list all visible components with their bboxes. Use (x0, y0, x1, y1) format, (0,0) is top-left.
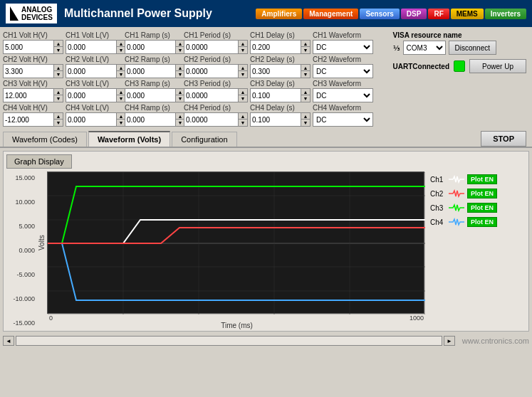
nav-tab-management[interactable]: Management (303, 9, 358, 19)
ch2-delay-up[interactable]: ▲ (301, 65, 310, 71)
y-tick-n5: -5.000 (8, 271, 35, 278)
ch1-volt-h-up[interactable]: ▲ (54, 41, 63, 47)
ch2-period-spinner[interactable]: ▲▼ (184, 64, 248, 78)
scroll-left-button[interactable]: ◄ (3, 336, 14, 346)
ch1-ramp-input[interactable] (125, 43, 175, 52)
ch4-ramp-input[interactable] (125, 115, 175, 125)
tab-waveform-codes[interactable]: Waveform (Codes) (3, 132, 87, 147)
ch4-delay-up[interactable]: ▲ (301, 113, 310, 120)
nav-tab-mems[interactable]: MEMS (451, 9, 484, 19)
stop-button[interactable]: STOP (481, 131, 526, 147)
ch4-period-down[interactable]: ▼ (239, 120, 247, 126)
ch4-volt-h-spinner[interactable]: ▲▼ (3, 112, 63, 127)
ch3-volt-h-down[interactable]: ▼ (54, 95, 63, 102)
x-tick-1000: 1000 (410, 314, 424, 322)
ch2-period-up[interactable]: ▲ (239, 65, 247, 71)
ch1-waveform-select[interactable]: DCSineSquare (313, 40, 373, 54)
ch2-ramp-input[interactable] (125, 67, 175, 76)
ch1-line (48, 220, 425, 243)
ch3-period-up[interactable]: ▲ (239, 89, 247, 95)
ch1-period-up[interactable]: ▲ (239, 41, 247, 47)
ch2-delay-input[interactable] (251, 67, 301, 76)
power-up-button[interactable]: Power Up (469, 59, 526, 73)
ch3-period-spinner[interactable]: ▲▼ (184, 88, 248, 102)
ch4-volt-h-down[interactable]: ▼ (54, 120, 63, 126)
scroll-right-button[interactable]: ► (444, 336, 455, 346)
ch1-volt-l-input[interactable] (66, 43, 116, 52)
ch3-volt-h-up[interactable]: ▲ (54, 89, 63, 95)
graph-display-tab[interactable]: Graph Display (6, 154, 72, 169)
visa-port-select[interactable]: COM3 (403, 41, 446, 55)
nav-tab-sensors[interactable]: Sensors (360, 9, 399, 19)
ch2-period-input[interactable] (184, 67, 238, 76)
ch4-ramp-spinner[interactable]: ▲▼ (125, 112, 185, 127)
ch4-volt-l-group: CH4 Volt L(V) ▲▼ (66, 104, 126, 127)
ch4-volt-l-spinner[interactable]: ▲▼ (66, 112, 126, 127)
ch1-volt-h-input[interactable] (4, 43, 53, 52)
ch4-waveform-select[interactable]: DCSineSquare (313, 112, 373, 127)
ch2-delay-down[interactable]: ▼ (301, 71, 310, 78)
ch1-delay-up[interactable]: ▲ (301, 41, 310, 47)
ch3-waveform-select[interactable]: DCSineSquare (313, 88, 373, 102)
ch3-plot-en-button[interactable]: Plot EN (467, 203, 497, 213)
ch3-volt-h-spinner[interactable]: ▲▼ (3, 88, 63, 102)
ch4-volt-h-input[interactable] (4, 115, 53, 125)
ch3-delay-up[interactable]: ▲ (301, 89, 310, 95)
ch1-period-input[interactable] (184, 43, 238, 52)
ch3-delay-spinner[interactable]: ▲▼ (250, 88, 311, 102)
ch3-delay-input[interactable] (251, 91, 301, 100)
ch4-period-label: CH4 Period (s) (184, 104, 248, 112)
tab-configuration[interactable]: Configuration (172, 132, 236, 147)
ch1-volt-h-down[interactable]: ▼ (54, 47, 63, 53)
ch2-plot-en-button[interactable]: Plot EN (467, 189, 497, 198)
ch4-volt-h-up[interactable]: ▲ (54, 113, 63, 120)
ch2-waveform-select[interactable]: DCSineSquare (313, 64, 373, 78)
ch1-ramp-spinner[interactable]: ▲ ▼ (125, 40, 185, 54)
ch2-volt-l-input[interactable] (66, 67, 116, 76)
ch1-period-spinner[interactable]: ▲ ▼ (184, 40, 248, 54)
ch2-period-down[interactable]: ▼ (239, 71, 247, 78)
ch1-volt-l-spinner[interactable]: ▲ ▼ (66, 40, 126, 54)
ch1-volt-h-spinner[interactable]: ▲ ▼ (3, 40, 63, 54)
ch4-period-spinner[interactable]: ▲▼ (184, 112, 248, 127)
ch2-volt-h-input[interactable] (4, 67, 53, 76)
ch3-volt-h-input[interactable] (4, 91, 53, 100)
ch4-volt-l-input[interactable] (66, 115, 116, 125)
ch3-volt-l-spinner[interactable]: ▲▼ (66, 88, 126, 102)
ch1-delay-input[interactable] (251, 43, 301, 52)
nav-tab-amplifiers[interactable]: Amplifiers (256, 9, 302, 19)
ch2-volt-h-spinner[interactable]: ▲▼ (3, 64, 63, 78)
ch4-delay-input[interactable] (251, 115, 301, 125)
ch4-delay-spinner[interactable]: ▲▼ (250, 112, 311, 127)
ch2-volt-l-spinner[interactable]: ▲▼ (66, 64, 126, 78)
y-tick-5: 5.000 (8, 223, 35, 230)
ch2-ramp-spinner[interactable]: ▲▼ (125, 64, 185, 78)
ch3-ramp-input[interactable] (125, 91, 175, 100)
ch1-period-down[interactable]: ▼ (239, 47, 247, 53)
disconnect-button[interactable]: Disconnect (449, 41, 496, 55)
scroll-track[interactable] (16, 336, 442, 346)
ch1-plot-en-button[interactable]: Plot EN (467, 174, 497, 184)
ch2-volt-h-up[interactable]: ▲ (54, 65, 63, 71)
ch2-volt-h-down[interactable]: ▼ (54, 71, 63, 78)
legend-area: Ch1 Plot EN Ch2 Plot EN Ch3 Plo (427, 171, 500, 329)
tab-waveform-volts[interactable]: Waveform (Volts) (88, 131, 170, 147)
ch3-delay-down[interactable]: ▼ (301, 95, 310, 102)
ch3-period-down[interactable]: ▼ (239, 95, 247, 102)
ch4-plot-en-button[interactable]: Plot EN (467, 217, 497, 227)
ch4-period-input[interactable] (184, 115, 238, 125)
ch4-delay-down[interactable]: ▼ (301, 120, 310, 126)
ch4-period-up[interactable]: ▲ (239, 113, 247, 120)
nav-tab-rf[interactable]: RF (428, 9, 449, 19)
nav-tab-dsp[interactable]: DSP (401, 9, 427, 19)
ch1-delay-spinner[interactable]: ▲ ▼ (250, 40, 311, 54)
nav-tab-inverters[interactable]: Inverters (485, 9, 526, 19)
ch1-delay-down[interactable]: ▼ (301, 47, 310, 53)
ch2-waveform-label: CH2 Waveform (313, 55, 373, 63)
ch2-ramp-label: CH2 Ramp (s) (125, 55, 185, 63)
ch3-period-input[interactable] (184, 91, 238, 100)
ch2-delay-spinner[interactable]: ▲▼ (250, 64, 311, 78)
ch3-volt-l-input[interactable] (66, 91, 116, 100)
ch4-ramp-label: CH4 Ramp (s) (125, 104, 185, 112)
ch3-ramp-spinner[interactable]: ▲▼ (125, 88, 185, 102)
